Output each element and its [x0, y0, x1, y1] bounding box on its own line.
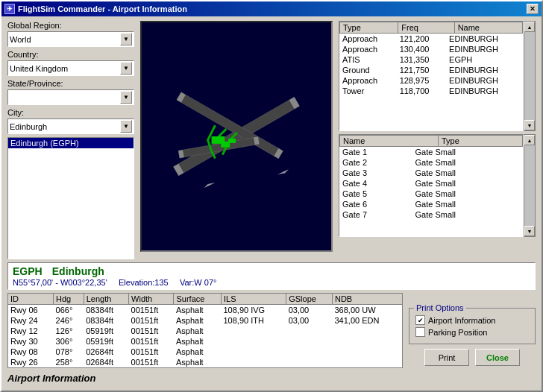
parking-position-label: Parking Position [428, 328, 488, 337]
gate-cell-0: Gate 3 [339, 168, 412, 178]
runway-row[interactable]: Rwy 06066°08384ft00151ftAsphalt108,90 IV… [8, 305, 403, 316]
airport-list-item[interactable]: Edinburgh (EGPH) [8, 138, 134, 148]
airport-info-option[interactable]: ✔ Airport Information [415, 315, 529, 325]
rwy-col-gslope: GSlope [286, 294, 333, 305]
title-bar-left: ✈ FlightSim Commander - Airport Informat… [4, 4, 187, 14]
gates-table: Name Type Gate 1Gate SmallGate 2Gate Sma… [339, 134, 524, 237]
rwy-cell-5 [222, 357, 286, 368]
gate-row[interactable]: Gate 6Gate Small [339, 199, 523, 209]
state-province-arrow[interactable]: ▼ [120, 91, 132, 104]
gate-col-type: Type [438, 136, 522, 147]
state-province-dropdown[interactable]: ▼ [7, 89, 134, 105]
gates-scroll-track[interactable] [524, 145, 535, 226]
rwy-cell-6 [286, 326, 333, 336]
city-arrow[interactable]: ▼ [120, 120, 132, 133]
city-group: City: Edinburgh ▼ [7, 108, 134, 134]
rwy-cell-0: Rwy 24 [8, 315, 54, 326]
gates-table-container: Name Type Gate 1Gate SmallGate 2Gate Sma… [339, 134, 536, 237]
window-title: FlightSim Commander - Airport Informatio… [18, 4, 187, 13]
country-value: United Kingdom [10, 64, 120, 73]
rwy-cell-3: 00151ft [129, 326, 174, 336]
gate-row[interactable]: Gate 2Gate Small [339, 157, 523, 168]
freq-cell-2: EDINBURGH [446, 44, 523, 54]
gate-row[interactable]: Gate 4Gate Small [339, 178, 523, 189]
rwy-col-length: Length [84, 294, 128, 305]
frequency-row[interactable]: Approach121,200EDINBURGH [339, 34, 523, 44]
airport-info-label: Airport Information [428, 316, 495, 325]
freq-scroll-down[interactable]: ▼ [524, 120, 535, 130]
frequency-row[interactable]: Approach130,400EDINBURGH [339, 44, 523, 54]
gate-cell-1: Gate Small [412, 168, 523, 178]
freq-scroll-track[interactable] [524, 32, 535, 120]
gate-row[interactable]: Gate 1Gate Small [339, 147, 523, 157]
rwy-cell-2: 05919ft [84, 336, 128, 347]
airport-elevation: Elevation:135 [119, 278, 169, 287]
runway-row[interactable]: Rwy 12126°05919ft00151ftAsphalt [8, 326, 403, 336]
rwy-col-hdg: Hdg [54, 294, 84, 305]
rwy-cell-0: Rwy 30 [8, 336, 54, 347]
right-panel: Type Freq Name Approach121,200EDINBURGHA… [339, 21, 536, 259]
rwy-cell-3: 00151ft [129, 305, 174, 316]
gate-cell-0: Gate 1 [339, 147, 412, 157]
print-button[interactable]: Print [424, 349, 469, 366]
rwy-col-ndb: NDB [332, 294, 402, 305]
freq-cell-1: 118,700 [397, 86, 446, 96]
freq-cell-0: Approach [339, 44, 397, 54]
gates-scroll-up[interactable]: ▲ [524, 135, 535, 145]
gates-scroll-down[interactable]: ▼ [524, 226, 535, 236]
frequency-table-scroll[interactable]: Approach121,200EDINBURGHApproach130,400E… [339, 34, 523, 130]
gate-row[interactable]: Gate 5Gate Small [339, 189, 523, 199]
runway-row[interactable]: Rwy 30306°05919ft00151ftAsphalt [8, 336, 403, 347]
airport-info-checkbox[interactable]: ✔ [415, 315, 425, 325]
freq-scroll-up[interactable]: ▲ [524, 22, 535, 32]
airport-listbox[interactable]: Edinburgh (EGPH) [7, 137, 134, 259]
rwy-cell-1: 258° [54, 357, 84, 368]
rwy-col-ils: ILS [222, 294, 286, 305]
parking-position-checkbox[interactable] [415, 327, 425, 337]
frequency-scrollbar[interactable]: ▲ ▼ [524, 21, 536, 131]
gate-col-name: Name [340, 136, 439, 147]
rwy-cell-6: 03,00 [286, 305, 333, 316]
country-dropdown[interactable]: United Kingdom ▼ [7, 60, 134, 76]
city-dropdown[interactable]: Edinburgh ▼ [7, 118, 134, 134]
rwy-cell-0: Rwy 08 [8, 347, 54, 357]
gate-cell-1: Gate Small [412, 209, 523, 220]
rwy-cell-6: 03,00 [286, 315, 333, 326]
runway-table: ID Hdg Length Width Surface ILS GSlope N… [7, 293, 403, 368]
rwy-cell-4: Asphalt [174, 336, 222, 347]
gate-cell-1: Gate Small [412, 189, 523, 199]
app-icon: ✈ [4, 4, 15, 14]
rwy-col-surface: Surface [174, 294, 222, 305]
gates-table-scroll[interactable]: Gate 1Gate SmallGate 2Gate SmallGate 3Ga… [339, 147, 523, 236]
frequency-row[interactable]: ATIS131,350EGPH [339, 54, 523, 65]
window-close-button[interactable]: ✕ [527, 4, 539, 14]
runway-row[interactable]: Rwy 26258°02684ft00151ftAsphalt [8, 357, 403, 368]
gates-scrollbar[interactable]: ▲ ▼ [524, 134, 536, 237]
country-arrow[interactable]: ▼ [120, 62, 132, 75]
gate-row[interactable]: Gate 3Gate Small [339, 168, 523, 178]
rwy-col-id: ID [8, 294, 54, 305]
runway-row[interactable]: Rwy 24246°08384ft00151ftAsphalt108,90 IT… [8, 315, 403, 326]
frequency-row[interactable]: Ground121,750EDINBURGH [339, 65, 523, 75]
frequency-row[interactable]: Approach128,975EDINBURGH [339, 75, 523, 86]
rwy-cell-5 [222, 326, 286, 336]
frequency-table: Type Freq Name Approach121,200EDINBURGHA… [339, 21, 524, 131]
freq-col-type: Type [340, 22, 398, 34]
freq-cell-1: 128,975 [397, 75, 446, 86]
gate-cell-1: Gate Small [412, 199, 523, 209]
freq-cell-2: EDINBURGH [446, 75, 523, 86]
rwy-cell-4: Asphalt [174, 315, 222, 326]
rwy-cell-2: 08384ft [84, 315, 128, 326]
global-region-arrow[interactable]: ▼ [120, 33, 132, 45]
top-row: Global Region: World ▼ Country: United K… [7, 21, 536, 259]
rwy-cell-7: 368,00 UW [332, 305, 402, 316]
global-region-value: World [10, 35, 120, 44]
freq-cell-0: Approach [339, 34, 397, 44]
state-province-group: State/Province: ▼ [7, 79, 134, 105]
close-button[interactable]: Close [475, 349, 520, 366]
runway-row[interactable]: Rwy 08078°02684ft00151ftAsphalt [8, 347, 403, 357]
gate-row[interactable]: Gate 7Gate Small [339, 209, 523, 220]
parking-position-option[interactable]: Parking Position [415, 327, 529, 337]
frequency-row[interactable]: Tower118,700EDINBURGH [339, 86, 523, 96]
global-region-dropdown[interactable]: World ▼ [7, 31, 134, 47]
